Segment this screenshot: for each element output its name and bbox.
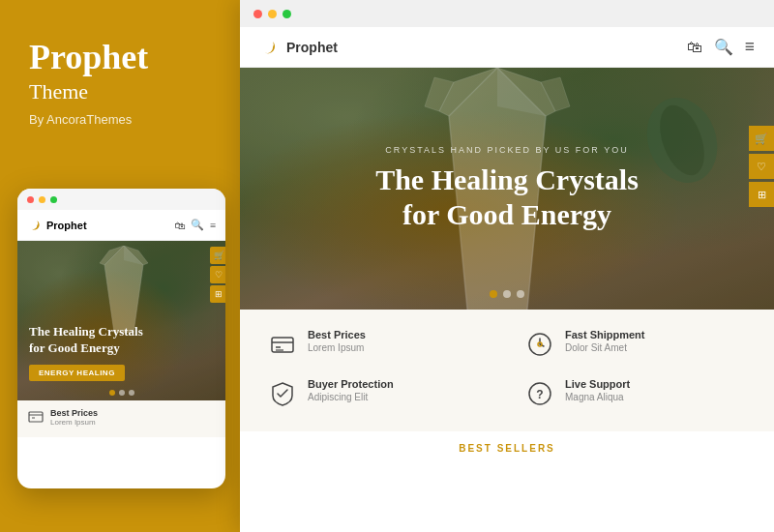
dot-green [50, 196, 57, 203]
dot-red [27, 196, 34, 203]
feature-best-prices: Best Prices Lorem Ipsum [269, 329, 488, 363]
best-prices-icon [269, 331, 296, 363]
side-compare-icon[interactable]: ⊞ [210, 285, 225, 303]
bag-icon[interactable]: 🛍 [174, 220, 185, 231]
desktop-hero: CRYSTALS HAND PICKED BY US FOR YOU The H… [240, 68, 774, 310]
desktop-navbar: Prophet 🛍 🔍 ≡ [240, 27, 774, 68]
buyer-protection-icon [269, 380, 296, 412]
slide-dot-1[interactable] [109, 390, 115, 396]
desktop-slide-dots [490, 290, 524, 298]
mobile-hero: The Healing Crystals for Good Energy ENE… [17, 241, 225, 400]
feature-live-support: ? Live Support Magna Aliqua [526, 378, 745, 412]
desktop-hero-content: CRYSTALS HAND PICKED BY US FOR YOU The H… [375, 145, 639, 232]
desktop-side-compare[interactable]: ⊞ [749, 182, 774, 207]
desktop-slide-dot-3[interactable] [517, 290, 524, 298]
desktop-side-cart[interactable]: 🛒 [749, 126, 774, 151]
desktop-side-wishlist[interactable]: ♡ [749, 154, 774, 179]
desktop-slide-dot-2[interactable] [503, 290, 511, 298]
mobile-hero-content: The Healing Crystals for Good Energy ENE… [29, 324, 214, 381]
slide-dot-3[interactable] [129, 390, 134, 396]
side-cart-icon[interactable]: 🛒 [210, 247, 225, 264]
desktop-dot-yellow [268, 10, 277, 18]
mobile-nav-icons: 🛍 🔍 ≡ [174, 219, 216, 231]
crystal-svg [90, 246, 158, 333]
desktop-slide-dot-1[interactable] [490, 290, 497, 298]
desktop-features-section: Best Prices Lorem Ipsum Fast Shippment D… [240, 310, 774, 431]
left-panel: Prophet Theme By AncoraThemes Prophet 🛍 … [0, 0, 240, 532]
mobile-cta-button[interactable]: ENERGY HEALING [29, 365, 125, 381]
desktop-bag-icon[interactable]: 🛍 [687, 39, 702, 56]
mobile-feature-item: Best Prices Lorem Ipsum [27, 408, 216, 429]
leaf-icon [639, 87, 726, 193]
theme-author: By AncoraThemes [29, 112, 211, 127]
search-icon[interactable]: 🔍 [191, 219, 204, 231]
svg-text:?: ? [536, 388, 543, 401]
mobile-logo: Prophet [27, 218, 87, 233]
dot-yellow [39, 196, 45, 203]
moon-icon [27, 218, 43, 233]
desktop-mockup: Prophet 🛍 🔍 ≡ CRYSTALS HAND PICKED BY US… [240, 0, 774, 532]
desktop-hero-title: The Healing Crystals for Good Energy [375, 163, 639, 232]
theme-title: Prophet Theme [29, 39, 211, 104]
mobile-bottom: Best Prices Lorem Ipsum [17, 400, 225, 437]
fast-shipping-icon [526, 331, 553, 363]
feature-buyer-protection: Buyer Protection Adipiscing Elit [269, 378, 488, 412]
svg-rect-4 [29, 412, 43, 422]
menu-icon[interactable]: ≡ [210, 220, 216, 231]
mobile-navbar: Prophet 🛍 🔍 ≡ [17, 210, 225, 241]
desktop-titlebar [240, 0, 774, 27]
desktop-side-icons: 🛒 ♡ ⊞ [749, 126, 774, 207]
desktop-logo: Prophet [259, 37, 338, 58]
desktop-nav-icons: 🛍 🔍 ≡ [687, 37, 755, 57]
prices-icon [27, 408, 45, 429]
desktop-moon-icon [259, 37, 281, 58]
mobile-side-icons: 🛒 ♡ ⊞ [210, 247, 225, 303]
desktop-dot-green [283, 10, 291, 18]
live-support-icon: ? [526, 380, 553, 412]
feature-fast-shipping: Fast Shippment Dolor Sit Amet [526, 329, 745, 363]
best-sellers-section: BEST SELLERS [240, 431, 774, 465]
desktop-menu-icon[interactable]: ≡ [745, 37, 755, 57]
slide-dot-2[interactable] [119, 390, 125, 396]
desktop-search-icon[interactable]: 🔍 [714, 38, 733, 56]
side-wishlist-icon[interactable]: ♡ [210, 266, 225, 283]
mobile-mockup: Prophet 🛍 🔍 ≡ The Healing Crystals [17, 189, 225, 488]
best-sellers-label: BEST SELLERS [252, 443, 762, 454]
mobile-hero-title: The Healing Crystals for Good Energy [29, 324, 214, 357]
mobile-slide-dots [109, 390, 134, 396]
desktop-dot-red [253, 10, 262, 18]
mobile-titlebar [17, 189, 225, 210]
